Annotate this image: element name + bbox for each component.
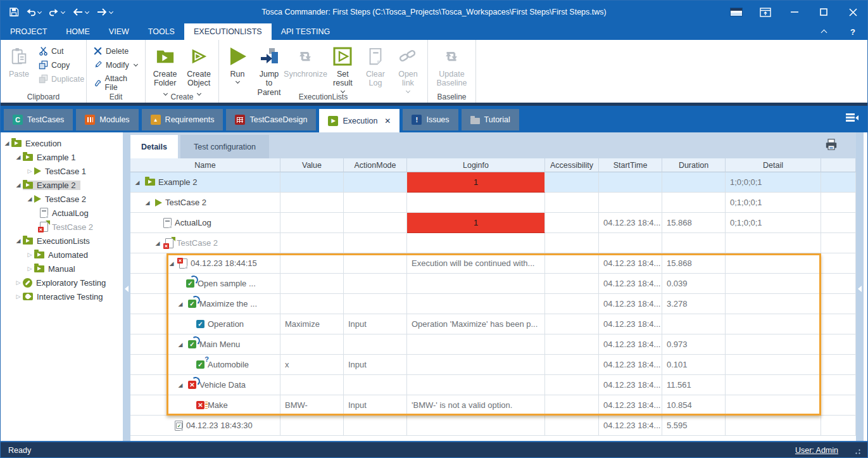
table-row[interactable]: ActualLog 1 04.12.23 18:4... 15.868 0;1;… <box>130 213 856 233</box>
open-link-button[interactable]: Open link <box>393 42 424 92</box>
jump-to-parent-button[interactable]: Jump to Parent <box>255 42 284 97</box>
tab-testcasedesign[interactable]: TestCaseDesign <box>226 109 316 130</box>
save-button[interactable] <box>7 6 21 18</box>
tree-item-interactive-testing[interactable]: ▷ Interactive Testing <box>1 289 123 303</box>
tab-view[interactable]: VIEW <box>99 23 139 40</box>
tab-home[interactable]: HOME <box>56 23 99 40</box>
theme-button[interactable] <box>722 1 751 23</box>
table-row[interactable]: ◢04.12.23 18:44:15 Execution will be con… <box>130 253 856 274</box>
expander-open-icon[interactable]: ◢ <box>3 140 11 146</box>
tab-api-testing[interactable]: API TESTING <box>272 23 340 40</box>
set-result-button[interactable]: Set result <box>327 42 358 92</box>
table-row[interactable]: Operation Maximize Input Operation 'Maxi… <box>130 314 856 334</box>
tree-item-actuallog[interactable]: ActualLog <box>1 206 123 220</box>
clear-log-button[interactable]: Clear Log <box>361 42 390 88</box>
tab-details[interactable]: Details <box>130 135 178 158</box>
tab-testcases[interactable]: TestCases <box>4 109 73 130</box>
create-object-button[interactable]: Create Object <box>183 42 215 97</box>
navigate-forward-button[interactable] <box>94 6 116 18</box>
column-header-starttime[interactable]: StartTime <box>599 158 662 172</box>
expander-open-icon[interactable]: ◢ <box>133 179 142 186</box>
tab-requirements[interactable]: Requirements <box>142 109 223 130</box>
tab-execution[interactable]: Execution ✕ <box>319 109 399 132</box>
column-header-actionmode[interactable]: ActionMode <box>344 158 407 172</box>
table-row[interactable]: ◢Main Menu 04.12.23 18:4... 0.973 <box>130 334 856 355</box>
expander-open-icon[interactable]: ◢ <box>14 182 23 188</box>
paste-button[interactable]: Paste <box>4 42 34 79</box>
collapse-ribbon-button[interactable] <box>809 23 838 40</box>
tree-item-executionlists[interactable]: ◢ ExecutionLists <box>1 234 123 248</box>
expander-closed-icon[interactable]: ▷ <box>25 168 34 174</box>
tree-item-example2[interactable]: ◢ Example 2 <box>1 178 123 192</box>
collapse-right-icon[interactable] <box>858 286 862 292</box>
expander-closed-icon[interactable]: ▷ <box>14 293 23 300</box>
expander-open-icon[interactable]: ◢ <box>176 301 185 307</box>
table-row[interactable]: Make BMW- Input 'BMW-' is not a valid op… <box>130 395 856 416</box>
tree-item-manual[interactable]: ▷ Manual <box>1 262 123 276</box>
tab-list-button[interactable] <box>846 113 859 122</box>
expander-closed-icon[interactable]: ▷ <box>14 279 23 286</box>
expander-closed-icon[interactable]: ▷ <box>25 251 34 258</box>
expander-open-icon[interactable]: ◢ <box>153 240 162 246</box>
resize-grip[interactable] <box>853 447 861 455</box>
table-row[interactable]: Automobile x Input 04.12.23 18:4... 0.10… <box>130 355 856 375</box>
table-row[interactable]: ◢Example 2 1 1;0;0;0;1 <box>130 172 856 193</box>
tree-item-testcase1[interactable]: ▷ TestCase 1 <box>1 164 123 178</box>
close-tab-icon[interactable]: ✕ <box>384 117 391 125</box>
cut-button[interactable]: Cut <box>36 45 87 57</box>
tab-modules[interactable]: Modules <box>76 109 138 130</box>
attach-file-button[interactable]: Attach File <box>91 73 141 93</box>
update-baseline-button[interactable]: Update Baseline <box>434 42 470 88</box>
redo-button[interactable] <box>47 6 68 18</box>
table-row[interactable]: ◢TestCase 2 0;1;0;0;1 <box>130 193 856 213</box>
expander-open-icon[interactable]: ◢ <box>14 238 23 244</box>
maximize-button[interactable] <box>809 1 838 23</box>
modify-button[interactable]: Modify <box>91 59 141 71</box>
column-header-duration[interactable]: Duration <box>662 158 726 172</box>
column-header-loginfo[interactable]: Loginfo <box>407 158 545 172</box>
expander-closed-icon[interactable]: ▷ <box>25 265 34 272</box>
table-row[interactable]: ◢Maximize the ... 04.12.23 18:4... 3.278 <box>130 294 856 314</box>
tab-issues[interactable]: Issues <box>403 109 458 130</box>
table-row[interactable]: 04.12.23 18:43:30 04.12.23 18:4... 5.595 <box>130 416 856 436</box>
table-row[interactable]: Open sample ... 04.12.23 18:4... 0.039 <box>130 274 856 294</box>
close-button[interactable] <box>838 1 867 23</box>
table-row[interactable]: ◢TestCase 2 <box>130 233 856 253</box>
expander-open-icon[interactable]: ◢ <box>14 154 23 160</box>
tab-project[interactable]: PROJECT <box>1 23 56 40</box>
column-header-accessibility[interactable]: Accessibility <box>545 158 599 172</box>
tree-item-exploratory-testing[interactable]: ▷ Exploratory Testing <box>1 276 123 289</box>
undo-button[interactable] <box>23 6 44 18</box>
minimize-button[interactable] <box>780 1 809 23</box>
tree-item-testcase2[interactable]: ◢ TestCase 2 <box>1 192 123 206</box>
table-row[interactable]: ◢Vehicle Data 04.12.23 18:4... 11.561 <box>130 375 856 395</box>
tab-test-configuration[interactable]: Test configuration <box>180 135 269 158</box>
tree-item-example1[interactable]: ◢ Example 1 <box>1 150 123 164</box>
tab-executionlists[interactable]: EXECUTIONLISTS <box>184 23 272 40</box>
print-button[interactable] <box>824 138 838 153</box>
tree-item-automated[interactable]: ▷ Automated <box>1 248 123 262</box>
help-button[interactable]: ? <box>838 23 867 40</box>
expander-open-icon[interactable]: ◢ <box>167 260 176 267</box>
collapse-left-icon[interactable] <box>125 286 129 292</box>
expander-open-icon[interactable]: ◢ <box>176 382 185 388</box>
synchronize-button[interactable]: Synchronize <box>286 42 325 79</box>
run-button[interactable]: Run <box>223 42 252 83</box>
column-header-value[interactable]: Value <box>280 158 344 172</box>
tab-tools[interactable]: TOOLS <box>139 23 184 40</box>
tree-item-execution[interactable]: ◢ Execution <box>1 136 123 150</box>
tree-item-testcase2-log[interactable]: TestCase 2 <box>1 220 123 234</box>
copy-button[interactable]: Copy <box>36 59 87 71</box>
right-splitter[interactable] <box>856 132 864 441</box>
column-header-name[interactable]: Name <box>130 158 280 172</box>
expander-open-icon[interactable]: ◢ <box>176 341 185 348</box>
navigate-back-button[interactable] <box>70 6 92 18</box>
restore-layout-button[interactable] <box>751 1 780 23</box>
user-admin-link[interactable]: User: Admin <box>795 446 838 455</box>
left-splitter[interactable] <box>123 132 130 441</box>
expander-open-icon[interactable]: ◢ <box>25 196 34 202</box>
create-folder-button[interactable]: Create Folder <box>149 42 180 97</box>
delete-button[interactable]: Delete <box>91 45 141 57</box>
expander-open-icon[interactable]: ◢ <box>143 200 152 206</box>
column-header-detail[interactable]: Detail <box>726 158 821 172</box>
